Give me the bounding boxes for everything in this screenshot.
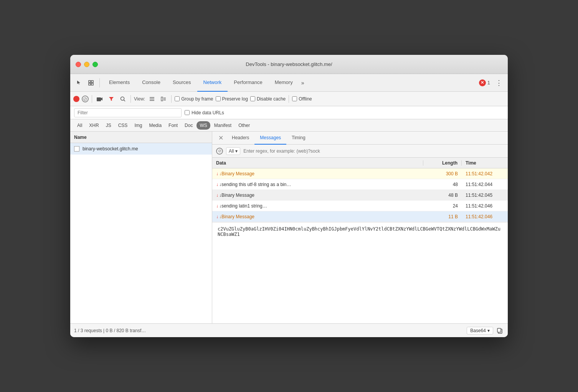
toolbar-sep-3 xyxy=(171,95,172,103)
copy-button[interactable] xyxy=(495,326,504,335)
toolbar-sep-4 xyxy=(289,95,289,103)
type-btn-ws[interactable]: WS xyxy=(197,121,210,130)
msg-length: 300 B xyxy=(423,171,462,176)
view-label: View: xyxy=(134,96,145,102)
message-row[interactable]: ↓↓Binary Message 11 B 11:51:42.046 xyxy=(212,211,508,222)
svg-rect-2 xyxy=(89,83,91,85)
toolbar-sep-2 xyxy=(130,95,131,103)
more-options-button[interactable]: ⋮ xyxy=(493,79,505,87)
titlebar: DevTools - binary-websocket.glitch.me/ xyxy=(70,55,508,74)
type-btn-css[interactable]: CSS xyxy=(115,121,131,130)
svg-point-6 xyxy=(121,97,124,100)
msg-time: 11:51:42.042 xyxy=(462,171,508,176)
request-icon xyxy=(74,146,79,152)
tab-sources[interactable]: Sources xyxy=(167,74,197,92)
record-button[interactable] xyxy=(73,96,79,102)
type-btn-doc[interactable]: Doc xyxy=(182,121,196,130)
msg-data: ↓↓sending this utf-8 string as a bin… xyxy=(212,182,423,187)
traffic-lights xyxy=(76,62,98,67)
list-view-icon[interactable] xyxy=(147,94,157,104)
block-icon: ⊘ xyxy=(216,148,223,155)
msg-data: ↓↓Binary Message xyxy=(212,214,423,219)
messages-table-header: Data Length Time xyxy=(212,158,508,168)
search-icon[interactable] xyxy=(118,94,127,104)
msg-data: ↓↓sending latin1 string… xyxy=(212,203,423,209)
tab-headers[interactable]: Headers xyxy=(226,132,254,145)
offline-label: Offline xyxy=(292,96,312,102)
hide-data-urls-checkbox[interactable] xyxy=(185,110,190,115)
close-button[interactable] xyxy=(76,62,81,67)
screenshot-icon[interactable] xyxy=(95,94,104,104)
disable-cache-checkbox[interactable] xyxy=(250,96,255,101)
svg-rect-16 xyxy=(497,328,501,332)
preserve-log-label: Preserve log xyxy=(216,96,248,102)
requests-header: Name xyxy=(70,132,212,143)
minimize-button[interactable] xyxy=(84,62,89,67)
type-btn-manifest[interactable]: Manifest xyxy=(211,121,235,130)
messages-filter: ⊘ All ▾ xyxy=(212,145,508,158)
detail-view-icon[interactable] xyxy=(159,94,168,104)
disable-cache-label: Disable cache xyxy=(250,96,286,102)
msg-data: ↓↓Binary Message xyxy=(212,193,423,198)
preserve-log-checkbox[interactable] xyxy=(216,96,221,101)
msg-length: 48 B xyxy=(423,193,462,198)
toolbar-separator xyxy=(99,78,100,87)
tab-list: Elements Console Sources Network Perform… xyxy=(103,74,306,92)
group-by-frame-label: Group by frame xyxy=(175,96,213,102)
encoding-select[interactable]: Base64 ▾ xyxy=(467,327,493,334)
messages-filter-dropdown[interactable]: All ▾ xyxy=(226,147,240,155)
tab-performance[interactable]: Performance xyxy=(228,74,268,92)
offline-checkbox[interactable] xyxy=(292,96,297,101)
msg-time: 11:51:42.046 xyxy=(462,203,508,209)
type-btn-img[interactable]: Img xyxy=(131,121,145,130)
request-count: 1 / 3 requests | 0 B / 820 B transf… xyxy=(74,328,146,333)
msg-length: 11 B xyxy=(423,214,462,219)
tab-memory[interactable]: Memory xyxy=(269,74,299,92)
header-data: Data xyxy=(212,160,423,166)
message-row[interactable]: ↓↓Binary Message 300 B 11:51:42.042 xyxy=(212,168,508,179)
type-btn-xhr[interactable]: XHR xyxy=(86,121,102,130)
header-time: Time xyxy=(462,160,508,166)
type-btn-other[interactable]: Other xyxy=(235,121,253,130)
close-details-button[interactable]: ✕ xyxy=(215,134,226,142)
message-row[interactable]: ↓↓Binary Message 48 B 11:51:42.045 xyxy=(212,190,508,201)
type-btn-media[interactable]: Media xyxy=(146,121,165,130)
cursor-icon[interactable] xyxy=(73,77,84,88)
tab-console[interactable]: Console xyxy=(136,74,167,92)
regex-filter-input[interactable] xyxy=(243,147,504,156)
type-btn-all[interactable]: All xyxy=(74,121,85,130)
tab-network[interactable]: Network xyxy=(197,74,228,92)
filter-input[interactable] xyxy=(74,108,182,117)
message-row[interactable]: ↓↓sending latin1 string… 24 11:51:42.046 xyxy=(212,201,508,211)
tab-messages[interactable]: Messages xyxy=(254,132,286,145)
main-toolbar: Elements Console Sources Network Perform… xyxy=(70,74,508,92)
binary-content-preview: c2VuZGluZyB0aGlzIHV0Zi04IHN0cmluZyBhcyBh… xyxy=(212,222,508,241)
requests-pane: Name binary-websocket.glitch.me xyxy=(70,132,212,323)
svg-marker-5 xyxy=(101,97,102,100)
messages-table: Data Length Time ↓↓Binary Message 300 B … xyxy=(212,158,508,323)
message-row[interactable]: ↓↓sending this utf-8 string as a bin… 48… xyxy=(212,179,508,190)
tab-overflow-button[interactable]: » xyxy=(299,80,307,86)
network-toolbar: ⊘ View: xyxy=(70,92,508,106)
clear-button[interactable]: ⊘ xyxy=(82,96,89,102)
filter-icon[interactable] xyxy=(107,94,116,104)
request-item[interactable]: binary-websocket.glitch.me xyxy=(70,143,212,155)
maximize-button[interactable] xyxy=(92,62,98,67)
tab-timing[interactable]: Timing xyxy=(286,132,311,145)
svg-rect-4 xyxy=(97,97,101,101)
svg-rect-0 xyxy=(89,81,91,82)
type-btn-js[interactable]: JS xyxy=(103,121,114,130)
tab-elements[interactable]: Elements xyxy=(103,74,136,92)
type-btn-font[interactable]: Font xyxy=(165,121,181,130)
error-badge: ✕ 1 xyxy=(479,79,490,86)
statusbar: 1 / 3 requests | 0 B / 820 B transf… Bas… xyxy=(70,323,508,337)
arrow-icon: ↓ xyxy=(216,182,218,187)
msg-time: 11:51:42.046 xyxy=(462,214,508,219)
header-length: Length xyxy=(423,160,462,166)
arrow-icon: ↓ xyxy=(216,171,218,176)
main-content: Name binary-websocket.glitch.me ✕ Header… xyxy=(70,132,508,323)
window-title: DevTools - binary-websocket.glitch.me/ xyxy=(246,61,332,67)
inspect-icon[interactable] xyxy=(86,77,96,88)
group-by-frame-checkbox[interactable] xyxy=(175,96,180,101)
msg-length: 24 xyxy=(423,203,462,209)
